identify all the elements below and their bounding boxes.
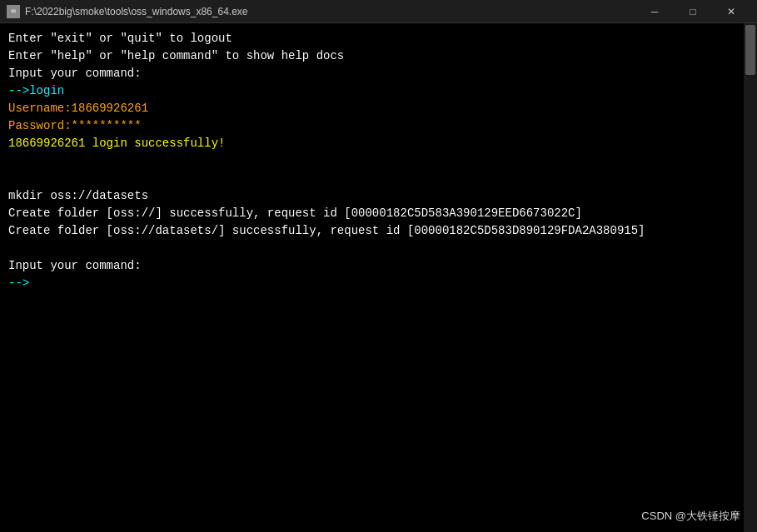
scrollbar-thumb[interactable] — [745, 25, 755, 75]
terminal-line: Password:********** — [8, 119, 142, 132]
terminal-line: mkdir oss://datasets — [8, 189, 148, 202]
terminal-body: Enter "exit" or "quit" to logout Enter "… — [0, 23, 757, 532]
terminal-line: -->login — [8, 84, 64, 97]
terminal-line: Create folder [oss://datasets/] successf… — [8, 224, 645, 237]
app-icon: ⌨ — [7, 5, 20, 18]
terminal-line: 18669926261 login successfully! — [8, 137, 225, 150]
maximize-button[interactable]: □ — [674, 0, 712, 23]
title-bar: ⌨ F:\2022big\smoke\tools\oss_windows_x86… — [0, 0, 757, 23]
terminal-line: Enter "exit" or "quit" to logout — [8, 32, 232, 45]
terminal-line: Input your command: — [8, 259, 142, 272]
title-bar-left: ⌨ F:\2022big\smoke\tools\oss_windows_x86… — [7, 5, 248, 18]
window-controls: ─ □ ✕ — [635, 0, 750, 23]
window-title: F:\2022big\smoke\tools\oss_windows_x86_6… — [25, 6, 248, 17]
terminal-line: Enter "help" or "help command" to show h… — [8, 49, 344, 62]
terminal-content: Enter "exit" or "quit" to logout Enter "… — [8, 30, 749, 292]
terminal-line: Input your command: — [8, 67, 142, 80]
scrollbar-area[interactable] — [744, 23, 757, 532]
terminal-line: --> — [8, 276, 29, 290]
close-button[interactable]: ✕ — [712, 0, 750, 23]
terminal-line: Username:18669926261 — [8, 102, 148, 115]
terminal-line: Create folder [oss://] successfully, req… — [8, 206, 582, 220]
minimize-button[interactable]: ─ — [635, 0, 674, 23]
watermark: CSDN @大铁锤按摩 — [641, 509, 740, 524]
